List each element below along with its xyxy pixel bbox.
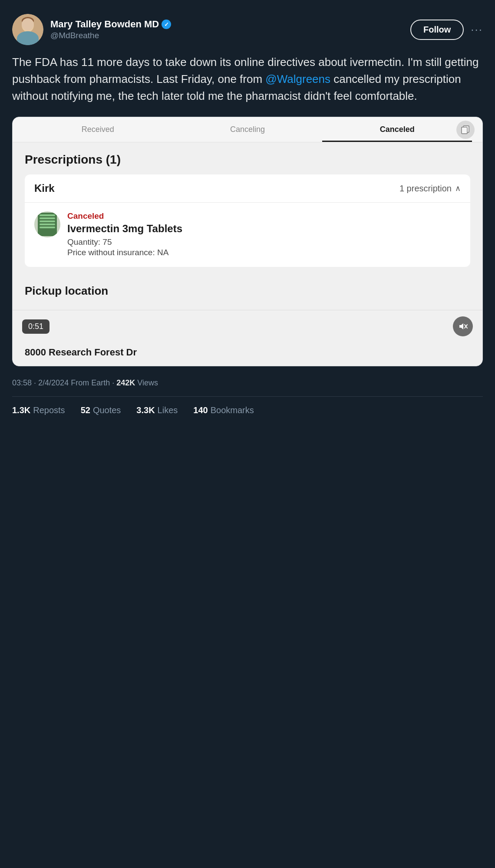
tweet-time: 03:58: [12, 378, 32, 387]
quotes-label: Quotes: [93, 405, 121, 415]
tweet-meta: 03:58 · 2/4/2024 From Earth · 242K Views: [12, 377, 483, 388]
progress-step-received: Received: [23, 125, 173, 134]
svg-point-4: [18, 33, 37, 45]
prescriptions-section: Prescriptions (1) Kirk 1 prescription ∧: [13, 142, 482, 276]
user-handle: @MdBreathe: [50, 31, 171, 40]
user-name: Mary Talley Bowden MD: [50, 19, 159, 30]
tweet-separator-3: ·: [112, 378, 116, 387]
rx-count: 1 prescription ∧: [399, 184, 461, 194]
embed-card: Received Canceling Canceled Prescription…: [12, 117, 483, 366]
tweet-location: From Earth: [71, 378, 110, 387]
user-info: Mary Talley Bowden MD ✓ @MdBreathe: [50, 19, 171, 40]
patient-name: Kirk: [34, 182, 55, 194]
likes-label: Likes: [158, 405, 178, 415]
patient-card: Kirk 1 prescription ∧: [25, 174, 470, 267]
tweet-views-label-text: Views: [137, 378, 158, 387]
follow-button[interactable]: Follow: [410, 20, 464, 40]
bookmarks-label: Bookmarks: [211, 405, 254, 415]
video-time-badge: 0:51: [22, 319, 50, 334]
stat-quotes: 52 Quotes: [81, 405, 121, 415]
svg-point-1: [22, 18, 34, 32]
pickup-section: Pickup location: [13, 276, 482, 310]
rx-icon-line-2: [40, 217, 55, 219]
tweet-date: 2/4/2024: [38, 378, 69, 387]
svg-rect-3: [25, 31, 31, 36]
svg-rect-8: [462, 127, 467, 134]
rx-drug-name: Ivermectin 3mg Tablets: [67, 223, 461, 235]
mute-button[interactable]: [453, 316, 473, 336]
progress-step-canceled: Canceled: [322, 125, 472, 134]
stat-bookmarks: 140 Bookmarks: [193, 405, 254, 415]
tweet-views-num: 242K: [116, 378, 135, 387]
rx-price: Price without insurance: NA: [67, 248, 461, 257]
copy-icon: [456, 121, 475, 139]
tweet-stats: 1.3K Reposts 52 Quotes 3.3K Likes 140 Bo…: [12, 396, 483, 415]
rx-count-text: 1 prescription: [399, 184, 452, 194]
rx-item-icon: [34, 211, 60, 237]
chevron-up-icon[interactable]: ∧: [455, 184, 461, 193]
reposts-num: 1.3K: [12, 405, 30, 415]
stat-reposts: 1.3K Reposts: [12, 405, 65, 415]
tweet-text: The FDA has 11 more days to take down it…: [12, 54, 483, 105]
progress-bar: Received Canceling Canceled: [13, 117, 482, 142]
bookmarks-num: 140: [193, 405, 208, 415]
likes-num: 3.3K: [136, 405, 155, 415]
stat-likes: 3.3K Likes: [136, 405, 178, 415]
rx-icon-line-4: [40, 224, 55, 225]
avatar-image: [12, 14, 43, 45]
rx-item-details: Canceled Ivermectin 3mg Tablets Quantity…: [67, 211, 461, 258]
more-button[interactable]: ···: [471, 23, 483, 36]
rx-icon-line-5: [40, 227, 55, 228]
patient-header: Kirk 1 prescription ∧: [25, 174, 470, 203]
address-text: 8000 Research Forest Dr: [25, 347, 470, 358]
tweet-header: Mary Talley Bowden MD ✓ @MdBreathe Follo…: [12, 14, 483, 45]
pickup-title: Pickup location: [25, 284, 470, 298]
rx-item: Canceled Ivermectin 3mg Tablets Quantity…: [25, 203, 470, 267]
rx-status: Canceled: [67, 211, 461, 221]
tweet-header-left: Mary Talley Bowden MD ✓ @MdBreathe: [12, 14, 171, 45]
tweet-header-right: Follow ···: [410, 20, 483, 40]
avatar[interactable]: [12, 14, 43, 45]
rx-icon-line-1: [40, 214, 55, 216]
svg-point-2: [22, 17, 34, 25]
user-name-row: Mary Talley Bowden MD ✓: [50, 19, 171, 30]
quotes-num: 52: [81, 405, 90, 415]
reposts-label: Reposts: [33, 405, 65, 415]
rx-quantity: Quantity: 75: [67, 237, 461, 247]
video-overlay: 0:51: [13, 310, 482, 342]
tweet-mention[interactable]: @Walgreens: [265, 72, 330, 85]
svg-rect-0: [12, 14, 43, 45]
verified-badge: ✓: [162, 20, 171, 29]
rx-icon-inner: [38, 213, 57, 236]
address-bar: 8000 Research Forest Dr: [13, 342, 482, 366]
prescriptions-title: Prescriptions (1): [25, 153, 470, 167]
progress-step-canceling: Canceling: [173, 125, 323, 134]
tweet-separator-1: ·: [34, 378, 38, 387]
rx-icon-line-3: [40, 220, 55, 222]
tweet-card: Mary Talley Bowden MD ✓ @MdBreathe Follo…: [12, 14, 483, 415]
